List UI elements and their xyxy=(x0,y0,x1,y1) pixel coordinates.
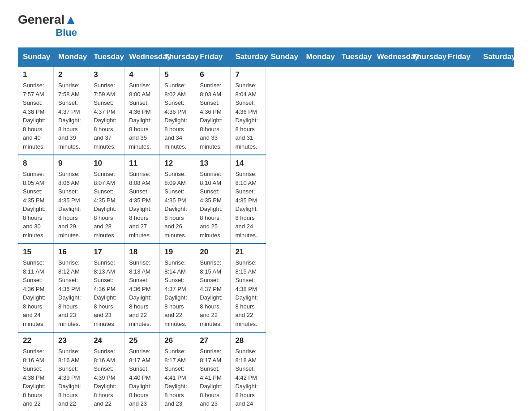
day-number: 4 xyxy=(129,70,155,79)
day-info: Sunrise: 8:08 AM Sunset: 4:35 PM Dayligh… xyxy=(129,170,155,240)
day-info: Sunrise: 7:59 AM Sunset: 4:37 PM Dayligh… xyxy=(94,81,120,151)
day-number: 25 xyxy=(129,336,155,345)
calendar-cell: 28 Sunrise: 8:18 AM Sunset: 4:42 PM Dayl… xyxy=(231,332,266,411)
weekday-header-monday: Monday xyxy=(54,48,89,67)
day-number: 1 xyxy=(23,70,49,79)
calendar-cell: 11 Sunrise: 8:08 AM Sunset: 4:35 PM Dayl… xyxy=(124,155,160,244)
day-number: 2 xyxy=(58,70,84,79)
day-number: 20 xyxy=(200,248,226,257)
calendar-cell: 6 Sunrise: 8:03 AM Sunset: 4:36 PM Dayli… xyxy=(195,66,231,155)
day-number: 5 xyxy=(164,70,190,79)
day-number: 21 xyxy=(235,248,261,257)
day-number: 17 xyxy=(94,248,120,257)
day-info: Sunrise: 8:05 AM Sunset: 4:35 PM Dayligh… xyxy=(23,170,49,240)
calendar-cell: 27 Sunrise: 8:17 AM Sunset: 4:41 PM Dayl… xyxy=(195,332,231,411)
day-info: Sunrise: 8:04 AM Sunset: 4:36 PM Dayligh… xyxy=(235,81,261,151)
calendar-cell: 15 Sunrise: 8:11 AM Sunset: 4:36 PM Dayl… xyxy=(18,244,54,332)
day-number: 19 xyxy=(164,248,190,257)
weekday-header-monday: Monday xyxy=(301,48,337,67)
day-number: 9 xyxy=(58,159,84,168)
calendar-cell: 25 Sunrise: 8:17 AM Sunset: 4:40 PM Dayl… xyxy=(124,332,160,411)
day-number: 6 xyxy=(200,70,226,79)
day-info: Sunrise: 8:17 AM Sunset: 4:41 PM Dayligh… xyxy=(164,347,190,411)
calendar-cell: 8 Sunrise: 8:05 AM Sunset: 4:35 PM Dayli… xyxy=(18,155,54,244)
day-number: 24 xyxy=(94,336,120,345)
calendar-cell: 7 Sunrise: 8:04 AM Sunset: 4:36 PM Dayli… xyxy=(231,66,266,155)
calendar-cell: 26 Sunrise: 8:17 AM Sunset: 4:41 PM Dayl… xyxy=(160,332,195,411)
calendar-week-4: 22 Sunrise: 8:16 AM Sunset: 4:38 PM Dayl… xyxy=(18,332,514,411)
day-number: 13 xyxy=(200,159,226,168)
day-info: Sunrise: 8:10 AM Sunset: 4:35 PM Dayligh… xyxy=(200,170,226,240)
day-info: Sunrise: 8:13 AM Sunset: 4:36 PM Dayligh… xyxy=(94,258,120,328)
day-number: 14 xyxy=(235,159,261,168)
weekday-header-thursday: Thursday xyxy=(160,48,195,67)
calendar-cell: 3 Sunrise: 7:59 AM Sunset: 4:37 PM Dayli… xyxy=(89,66,124,155)
calendar-cell: 19 Sunrise: 8:14 AM Sunset: 4:37 PM Dayl… xyxy=(160,244,195,332)
weekday-header-friday: Friday xyxy=(443,48,478,67)
calendar-week-1: 1 Sunrise: 7:57 AM Sunset: 4:38 PM Dayli… xyxy=(18,66,514,155)
calendar-week-3: 15 Sunrise: 8:11 AM Sunset: 4:36 PM Dayl… xyxy=(18,244,514,332)
day-number: 26 xyxy=(164,336,190,345)
day-number: 28 xyxy=(235,336,261,345)
day-number: 27 xyxy=(200,336,226,345)
day-info: Sunrise: 8:03 AM Sunset: 4:36 PM Dayligh… xyxy=(200,81,226,151)
logo: General▲ Blue xyxy=(18,13,77,39)
calendar-cell: 2 Sunrise: 7:58 AM Sunset: 4:37 PM Dayli… xyxy=(54,66,89,155)
day-info: Sunrise: 8:10 AM Sunset: 4:35 PM Dayligh… xyxy=(235,170,261,240)
day-info: Sunrise: 8:18 AM Sunset: 4:42 PM Dayligh… xyxy=(235,347,261,411)
weekday-header-row: SundayMondayTuesdayWednesdayThursdayFrid… xyxy=(18,48,514,67)
day-info: Sunrise: 8:13 AM Sunset: 4:36 PM Dayligh… xyxy=(129,258,155,328)
weekday-header-sunday: Sunday xyxy=(18,48,54,67)
day-info: Sunrise: 8:15 AM Sunset: 4:37 PM Dayligh… xyxy=(200,258,226,328)
day-info: Sunrise: 8:11 AM Sunset: 4:36 PM Dayligh… xyxy=(23,258,49,328)
day-number: 3 xyxy=(94,70,120,79)
calendar-cell: 10 Sunrise: 8:07 AM Sunset: 4:35 PM Dayl… xyxy=(89,155,124,244)
day-info: Sunrise: 8:17 AM Sunset: 4:40 PM Dayligh… xyxy=(129,347,155,411)
day-info: Sunrise: 8:09 AM Sunset: 4:35 PM Dayligh… xyxy=(164,170,190,240)
day-number: 10 xyxy=(94,159,120,168)
day-info: Sunrise: 8:17 AM Sunset: 4:41 PM Dayligh… xyxy=(200,347,226,411)
calendar-cell: 5 Sunrise: 8:02 AM Sunset: 4:36 PM Dayli… xyxy=(160,66,195,155)
calendar-cell: 18 Sunrise: 8:13 AM Sunset: 4:36 PM Dayl… xyxy=(124,244,160,332)
day-number: 23 xyxy=(58,336,84,345)
calendar-cell: 21 Sunrise: 8:15 AM Sunset: 4:38 PM Dayl… xyxy=(231,244,266,332)
day-info: Sunrise: 8:16 AM Sunset: 4:39 PM Dayligh… xyxy=(58,347,84,411)
logo-general: General▲ xyxy=(18,13,77,26)
weekday-header-saturday: Saturday xyxy=(478,48,514,67)
day-number: 11 xyxy=(129,159,155,168)
calendar-cell: 16 Sunrise: 8:12 AM Sunset: 4:36 PM Dayl… xyxy=(54,244,89,332)
logo-blue-text: Blue xyxy=(56,27,77,39)
day-info: Sunrise: 7:57 AM Sunset: 4:38 PM Dayligh… xyxy=(23,81,49,151)
day-info: Sunrise: 8:12 AM Sunset: 4:36 PM Dayligh… xyxy=(58,258,84,328)
calendar-cell: 14 Sunrise: 8:10 AM Sunset: 4:35 PM Dayl… xyxy=(231,155,266,244)
day-number: 18 xyxy=(129,248,155,257)
weekday-header-sunday: Sunday xyxy=(266,48,301,67)
day-number: 12 xyxy=(164,159,190,168)
weekday-header-tuesday: Tuesday xyxy=(337,48,372,67)
day-info: Sunrise: 8:02 AM Sunset: 4:36 PM Dayligh… xyxy=(164,81,190,151)
calendar-cell: 22 Sunrise: 8:16 AM Sunset: 4:38 PM Dayl… xyxy=(18,332,54,411)
weekday-header-friday: Friday xyxy=(195,48,231,67)
weekday-header-saturday: Saturday xyxy=(231,48,266,67)
calendar-cell: 23 Sunrise: 8:16 AM Sunset: 4:39 PM Dayl… xyxy=(54,332,89,411)
weekday-header-wednesday: Wednesday xyxy=(124,48,160,67)
day-info: Sunrise: 7:58 AM Sunset: 4:37 PM Dayligh… xyxy=(58,81,84,151)
calendar-cell: 24 Sunrise: 8:16 AM Sunset: 4:39 PM Dayl… xyxy=(89,332,124,411)
weekday-header-tuesday: Tuesday xyxy=(89,48,124,67)
calendar-cell: 13 Sunrise: 8:10 AM Sunset: 4:35 PM Dayl… xyxy=(195,155,231,244)
day-info: Sunrise: 8:15 AM Sunset: 4:38 PM Dayligh… xyxy=(235,258,261,328)
calendar-cell: 4 Sunrise: 8:00 AM Sunset: 4:36 PM Dayli… xyxy=(124,66,160,155)
page-header: General▲ Blue xyxy=(18,13,514,39)
calendar-week-2: 8 Sunrise: 8:05 AM Sunset: 4:35 PM Dayli… xyxy=(18,155,514,244)
day-number: 16 xyxy=(58,248,84,257)
day-info: Sunrise: 8:06 AM Sunset: 4:35 PM Dayligh… xyxy=(58,170,84,240)
calendar-cell: 9 Sunrise: 8:06 AM Sunset: 4:35 PM Dayli… xyxy=(54,155,89,244)
calendar-cell: 1 Sunrise: 7:57 AM Sunset: 4:38 PM Dayli… xyxy=(18,66,54,155)
day-info: Sunrise: 8:00 AM Sunset: 4:36 PM Dayligh… xyxy=(129,81,155,151)
day-number: 15 xyxy=(23,248,49,257)
weekday-header-thursday: Thursday xyxy=(408,48,443,67)
day-number: 22 xyxy=(23,336,49,345)
calendar-cell: 12 Sunrise: 8:09 AM Sunset: 4:35 PM Dayl… xyxy=(160,155,195,244)
day-number: 8 xyxy=(23,159,49,168)
day-number: 7 xyxy=(235,70,261,79)
